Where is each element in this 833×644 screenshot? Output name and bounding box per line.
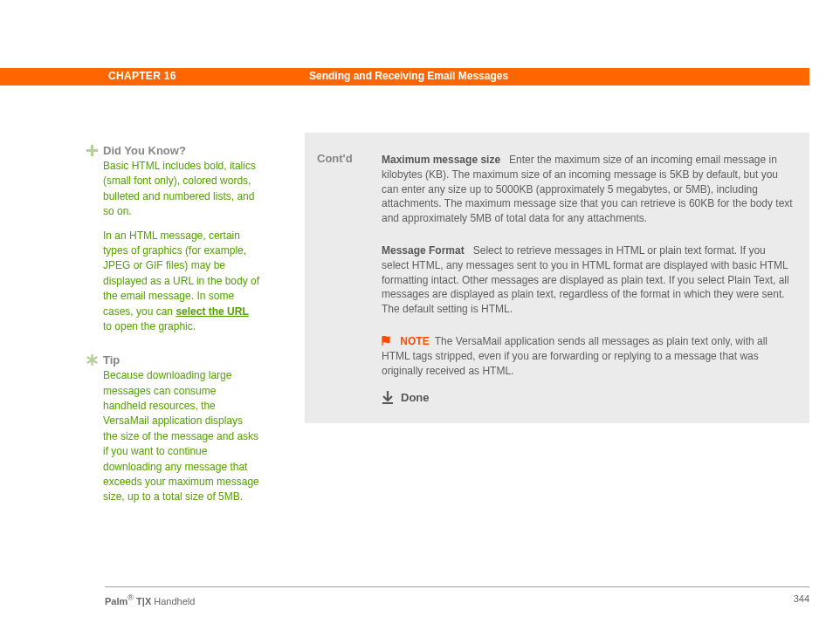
- done-row: Done: [382, 390, 795, 406]
- note-row: NOTEThe VersaMail application sends all …: [382, 334, 795, 378]
- note-label: NOTE: [400, 335, 429, 347]
- plus-icon: [86, 144, 98, 156]
- tip-title: Tip: [103, 353, 120, 367]
- tip-paragraph: Because downloading large messages can c…: [103, 368, 260, 505]
- select-the-url-link[interactable]: select the URL: [176, 305, 248, 318]
- dyk-paragraph-1: Basic HTML includes bold, italics (small…: [103, 159, 260, 220]
- down-arrow-icon: [382, 391, 394, 405]
- did-you-know-block: Did You Know? Basic HTML includes bold, …: [86, 144, 260, 334]
- footer-rule: [105, 586, 809, 587]
- main-content: Maximum message size Enter the maximum s…: [382, 153, 795, 407]
- done-label: Done: [401, 390, 430, 406]
- chapter-label: CHAPTER 16: [108, 70, 176, 82]
- entry-max-message-size: Maximum message size Enter the maximum s…: [382, 153, 795, 226]
- header-bar: CHAPTER 16 Sending and Receiving Email M…: [0, 68, 809, 86]
- section-title: Sending and Receiving Email Messages: [309, 70, 508, 82]
- svg-rect-1: [86, 149, 98, 152]
- tip-body: Because downloading large messages can c…: [103, 368, 260, 505]
- page-number: 344: [794, 593, 809, 604]
- did-you-know-body: Basic HTML includes bold, italics (small…: [103, 159, 260, 334]
- asterisk-icon: [86, 353, 98, 366]
- entry-label: Maximum message size: [382, 154, 500, 166]
- entry-label: Message Format: [382, 244, 465, 257]
- did-you-know-title: Did You Know?: [103, 144, 186, 157]
- page: CHAPTER 16 Sending and Receiving Email M…: [0, 0, 833, 644]
- main-content-box: Cont'd Maximum message size Enter the ma…: [305, 133, 809, 423]
- contd-label: Cont'd: [317, 152, 353, 165]
- entry-message-format: Message Format Select to retrieve messag…: [382, 243, 795, 317]
- note-text: The VersaMail application sends all mess…: [382, 335, 768, 377]
- flag-icon: [382, 336, 394, 346]
- dyk-paragraph-2: In an HTML message, certain types of gra…: [103, 229, 260, 335]
- footer-product: Palm® T|X Handheld: [105, 593, 195, 606]
- tip-block: Tip Because downloading large messages c…: [86, 353, 260, 505]
- sidebar: Did You Know? Basic HTML includes bold, …: [86, 144, 260, 524]
